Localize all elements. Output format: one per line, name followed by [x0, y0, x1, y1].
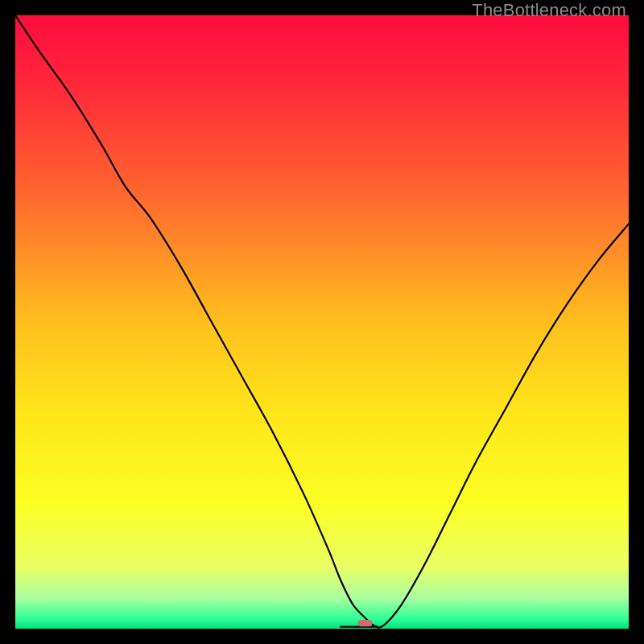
optimum-marker	[357, 620, 372, 626]
bottleneck-chart	[15, 15, 629, 629]
watermark-text: TheBottleneck.com	[472, 0, 626, 21]
chart-frame	[15, 15, 629, 629]
